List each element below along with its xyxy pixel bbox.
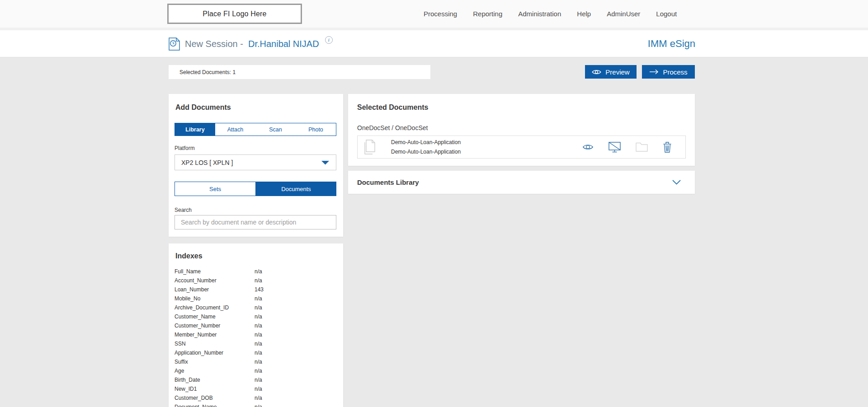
process-button-label: Process bbox=[663, 68, 687, 76]
folder-icon bbox=[636, 142, 648, 152]
trash-icon[interactable] bbox=[663, 141, 672, 153]
info-icon[interactable]: i bbox=[325, 36, 333, 44]
index-value: n/a bbox=[255, 350, 262, 356]
fi-logo-placeholder: Place FI Logo Here bbox=[167, 4, 302, 24]
selected-document-row: Demo-Auto-Loan-Application Demo-Auto-Loa… bbox=[357, 136, 686, 159]
tab[interactable]: Library bbox=[175, 123, 215, 136]
fi-logo-text: Place FI Logo Here bbox=[203, 10, 266, 18]
tab[interactable]: Attach bbox=[215, 123, 255, 136]
index-list: Full_Name n/a Account_Number n/a Loan_Nu… bbox=[175, 267, 337, 407]
documents-library-title: Documents Library bbox=[357, 178, 419, 186]
eye-icon[interactable] bbox=[582, 144, 594, 150]
session-user-name: Dr.Hanibal NIJAD bbox=[248, 39, 319, 49]
selected-count-bar: Selected Documents: 1 bbox=[169, 65, 430, 79]
document-description: Demo-Auto-Loan-Application bbox=[391, 149, 461, 155]
index-value: n/a bbox=[255, 377, 262, 383]
nav-item[interactable]: Processing bbox=[424, 10, 457, 18]
document-actions bbox=[582, 141, 672, 153]
chevron-down-icon[interactable] bbox=[672, 180, 681, 185]
index-value: n/a bbox=[255, 368, 262, 374]
tab-label: Attach bbox=[227, 126, 243, 133]
index-name: Account_Number bbox=[175, 277, 217, 284]
index-value: n/a bbox=[255, 295, 262, 302]
index-row: Age n/a bbox=[175, 366, 337, 375]
index-row: Loan_Number 143 bbox=[175, 285, 337, 294]
index-row: Account_Number n/a bbox=[175, 276, 337, 285]
toggle-segment-label: Sets bbox=[209, 186, 221, 192]
nav-item[interactable]: Logout bbox=[656, 10, 677, 18]
search-label: Search bbox=[175, 207, 192, 213]
index-value: n/a bbox=[255, 268, 262, 275]
index-row: Customer_DOB n/a bbox=[175, 393, 337, 402]
tab-label: Photo bbox=[308, 126, 323, 133]
index-row: Suffix n/a bbox=[175, 357, 337, 366]
document-pages-icon bbox=[363, 140, 376, 154]
nav-item[interactable]: Help bbox=[577, 10, 591, 18]
app-brand: IMM eSign bbox=[648, 30, 695, 57]
index-name: Application_Number bbox=[175, 350, 223, 356]
index-value: n/a bbox=[255, 323, 262, 329]
index-row: Archive_Document_ID n/a bbox=[175, 303, 337, 312]
selected-count-label: Selected Documents: 1 bbox=[179, 69, 236, 75]
index-value: n/a bbox=[255, 304, 262, 311]
index-name: Member_Number bbox=[175, 332, 217, 338]
top-navigation-bar: Place FI Logo Here Processing Reporting … bbox=[0, 0, 868, 28]
search-input[interactable] bbox=[175, 215, 336, 229]
toggle-segment[interactable]: Sets bbox=[175, 182, 256, 196]
index-name: Suffix bbox=[175, 359, 188, 365]
nav-item[interactable]: Reporting bbox=[473, 10, 502, 18]
monitor-slash-icon[interactable] bbox=[609, 142, 621, 153]
session-label: New Session - bbox=[185, 39, 243, 49]
index-name: Full_Name bbox=[175, 268, 201, 275]
toggle-segment-label: Documents bbox=[281, 186, 311, 192]
platform-select[interactable]: XP2 LOS [ XPLN ] bbox=[175, 154, 336, 170]
index-name: Archive_Document_ID bbox=[175, 304, 229, 311]
index-name: Loan_Number bbox=[175, 286, 209, 293]
document-name: Demo-Auto-Loan-Application bbox=[391, 139, 461, 145]
index-name: Birth_Date bbox=[175, 377, 200, 383]
new-session-icon bbox=[169, 37, 180, 51]
index-row: New_ID1 n/a bbox=[175, 384, 337, 393]
index-row: Application_Number n/a bbox=[175, 348, 337, 357]
nav-item[interactable]: AdminUser bbox=[607, 10, 640, 18]
documents-library-panel[interactable]: Documents Library bbox=[348, 171, 695, 194]
index-value: n/a bbox=[255, 359, 262, 365]
preview-button[interactable]: Preview bbox=[585, 65, 637, 79]
index-name: Document_Name bbox=[175, 404, 217, 407]
add-documents-tabs: Library Attach Scan Photo bbox=[175, 123, 336, 136]
tab[interactable]: Photo bbox=[296, 123, 336, 136]
index-name: New_ID1 bbox=[175, 386, 197, 392]
index-value: n/a bbox=[255, 395, 262, 401]
index-row: Member_Number n/a bbox=[175, 330, 337, 339]
selected-document-list: Demo-Auto-Loan-Application Demo-Auto-Loa… bbox=[357, 136, 686, 159]
index-row: SSN n/a bbox=[175, 339, 337, 348]
caret-down-icon bbox=[321, 160, 330, 165]
index-row: Full_Name n/a bbox=[175, 267, 337, 276]
index-name: Customer_Name bbox=[175, 313, 216, 320]
index-value: n/a bbox=[255, 332, 262, 338]
index-row: Document_Name n/a bbox=[175, 402, 337, 407]
tab-label: Library bbox=[185, 126, 204, 133]
index-value: n/a bbox=[255, 313, 262, 320]
index-value: n/a bbox=[255, 341, 262, 347]
indexes-panel: Indexes Full_Name n/a Account_Number n/a… bbox=[169, 243, 343, 407]
page-header: New Session - Dr.Hanibal NIJAD i IMM eSi… bbox=[0, 30, 868, 57]
platform-select-value: XP2 LOS [ XPLN ] bbox=[181, 159, 233, 166]
session-title-group: New Session - Dr.Hanibal NIJAD i bbox=[169, 30, 333, 57]
index-name: Mobile_No bbox=[175, 295, 200, 302]
index-name: Age bbox=[175, 368, 184, 374]
index-value: n/a bbox=[255, 386, 262, 392]
process-button[interactable]: Process bbox=[642, 65, 695, 79]
index-name: Customer_DOB bbox=[175, 395, 213, 401]
indexes-title: Indexes bbox=[175, 252, 203, 260]
toggle-segment[interactable]: Documents bbox=[256, 182, 336, 196]
sets-documents-toggle: Sets Documents bbox=[175, 182, 336, 196]
index-row: Customer_Number n/a bbox=[175, 321, 337, 330]
add-documents-panel: Add Documents Library Attach Scan Photo … bbox=[169, 94, 343, 237]
index-value: n/a bbox=[255, 404, 262, 407]
nav-item[interactable]: Administration bbox=[518, 10, 561, 18]
tab[interactable]: Scan bbox=[255, 123, 296, 136]
eye-icon bbox=[592, 69, 601, 75]
index-name: SSN bbox=[175, 341, 186, 347]
tab-label: Scan bbox=[269, 126, 282, 133]
